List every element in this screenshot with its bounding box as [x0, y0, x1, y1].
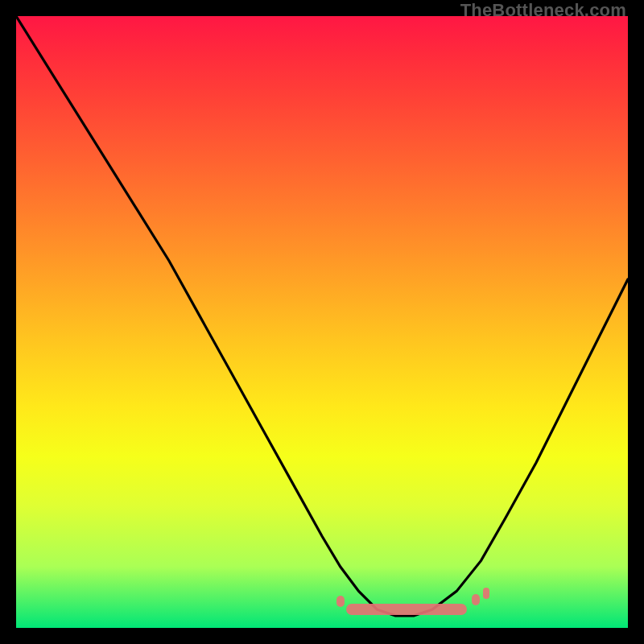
- optimal-marker: [346, 604, 467, 615]
- optimal-marker: [483, 588, 489, 599]
- watermark-text: TheBottleneck.com: [460, 0, 626, 21]
- optimal-marker: [472, 594, 480, 605]
- plot-area: [16, 16, 628, 628]
- optimal-marker: [336, 596, 345, 607]
- bottleneck-curve: [16, 16, 628, 628]
